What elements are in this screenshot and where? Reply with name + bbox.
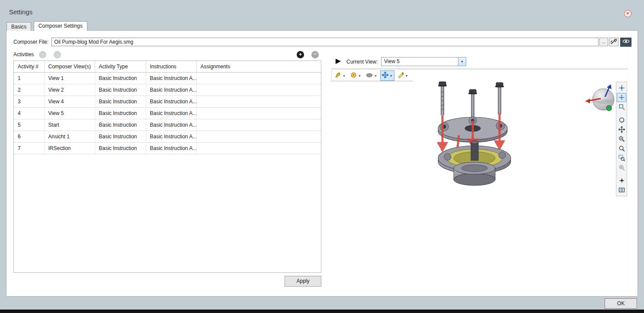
cell-assignments[interactable] [196, 84, 321, 96]
orbit-button[interactable] [617, 115, 626, 125]
cell-assignments[interactable] [196, 96, 321, 108]
cell-activity-type[interactable]: Basic Instruction [95, 119, 146, 131]
viewer-toolbar: ▼ ▼ ▼ [331, 70, 413, 81]
bolts [438, 82, 504, 118]
move-down-button[interactable]: ↓ [54, 51, 61, 58]
zoom-button[interactable] [617, 134, 626, 144]
composer-file-label: Composer File: [13, 39, 48, 45]
col-assignments[interactable]: Assignments [196, 61, 321, 73]
cell-assignments[interactable] [196, 108, 321, 119]
preview-button[interactable] [620, 38, 631, 47]
cell-composer-view[interactable]: Start [44, 119, 95, 131]
tab-bar: Basics Composer Settings [6, 21, 88, 31]
move-tool-button[interactable]: ▼ [380, 70, 394, 81]
activities-header: Activities ↑ ↓ + − [13, 50, 321, 59]
cell-activity-type[interactable]: Basic Instruction [95, 108, 146, 119]
cell-instructions[interactable]: Basic Instruction A... [146, 143, 196, 154]
chevron-down-icon[interactable]: ▼ [358, 74, 361, 77]
cell-instructions[interactable]: Basic Instruction A... [146, 131, 196, 143]
cell-activity-number[interactable]: 2 [14, 84, 44, 96]
table-header-row: Activity # Composer View(s) Activity Typ… [14, 61, 321, 73]
ok-button[interactable]: OK [605, 298, 637, 309]
current-view-dropdown[interactable]: View 5 ▼ [381, 57, 466, 66]
cell-activity-type[interactable]: Basic Instruction [95, 131, 146, 143]
zoom-in-button[interactable] [617, 144, 626, 153]
eye-icon [622, 39, 630, 45]
cell-activity-number[interactable]: 4 [14, 108, 44, 119]
cell-assignments[interactable] [196, 119, 321, 131]
cell-activity-number[interactable]: 6 [14, 131, 44, 143]
table-row[interactable]: 2 View 2 Basic Instruction Basic Instruc… [14, 84, 321, 96]
orientation-orb[interactable] [584, 84, 620, 116]
browse-button[interactable]: ... [599, 38, 608, 46]
cell-instructions[interactable]: Basic Instruction A... [146, 73, 196, 84]
tab-basics[interactable]: Basics [6, 22, 31, 31]
close-icon[interactable]: ✕ [624, 10, 631, 17]
view-toolbar [616, 82, 627, 196]
cell-activity-type[interactable]: Basic Instruction [95, 73, 146, 84]
cell-instructions[interactable]: Basic Instruction A... [146, 119, 196, 131]
window-bottom-edge [0, 310, 644, 313]
cell-assignments[interactable] [196, 143, 321, 154]
fly-mode-button[interactable] [617, 176, 626, 185]
table-row[interactable]: 1 View 1 Basic Instruction Basic Instruc… [14, 73, 321, 84]
plane-view-button[interactable] [617, 102, 626, 112]
table-row[interactable]: 6 Ansicht 1 Basic Instruction Basic Inst… [14, 131, 321, 143]
apply-button[interactable]: Apply [285, 276, 321, 287]
spin-tool-button[interactable]: ▼ [349, 70, 363, 81]
cell-assignments[interactable] [196, 73, 321, 84]
camera-view-button[interactable] [617, 185, 626, 195]
settings-panel: Composer File: ... [6, 30, 638, 297]
chevron-down-icon[interactable]: ▼ [343, 74, 346, 77]
rotate-view-button[interactable] [617, 93, 626, 102]
play-icon[interactable]: ▶ [334, 57, 343, 65]
pump-3d-model[interactable] [417, 79, 538, 201]
cell-composer-view[interactable]: View 2 [44, 84, 95, 96]
table-row[interactable]: 7 IRSection Basic Instruction Basic Inst… [14, 143, 321, 154]
pan-button[interactable] [617, 125, 626, 134]
eraser-tool-button[interactable]: ▼ [364, 71, 379, 81]
cell-instructions[interactable]: Basic Instruction A... [146, 108, 196, 119]
col-instructions[interactable]: Instructions [146, 61, 196, 73]
composer-file-input[interactable] [51, 38, 599, 46]
cell-activity-type[interactable]: Basic Instruction [95, 143, 146, 154]
zoom-area-button[interactable] [617, 153, 626, 163]
cell-instructions[interactable]: Basic Instruction A... [146, 84, 196, 96]
chevron-down-icon[interactable]: ▼ [374, 74, 377, 77]
spin-tool-icon [350, 72, 357, 80]
cell-composer-view[interactable]: View 1 [44, 73, 95, 84]
table-row[interactable]: 5 Start Basic Instruction Basic Instruct… [14, 119, 321, 131]
cell-composer-view[interactable]: Ansicht 1 [44, 131, 95, 143]
pump-base [454, 162, 495, 185]
chevron-down-icon[interactable]: ▼ [458, 57, 466, 66]
add-activity-button[interactable]: + [297, 51, 304, 58]
cell-activity-number[interactable]: 7 [14, 143, 44, 154]
viewer-separator [331, 69, 628, 69]
col-activity-number[interactable]: Activity # [14, 61, 44, 73]
chevron-down-icon[interactable]: ▼ [390, 74, 393, 77]
remove-activity-button[interactable]: − [311, 51, 319, 58]
current-view-label: Current View: [346, 59, 378, 65]
col-activity-type[interactable]: Activity Type [95, 61, 146, 73]
cell-activity-number[interactable]: 1 [14, 73, 44, 84]
cell-composer-view[interactable]: View 4 [44, 96, 95, 108]
table-row[interactable]: 3 View 4 Basic Instruction Basic Instruc… [14, 96, 321, 108]
cell-activity-number[interactable]: 3 [14, 96, 44, 108]
paint-tool-button[interactable]: ▼ [396, 70, 410, 81]
link-button[interactable] [609, 38, 618, 46]
cell-activity-number[interactable]: 5 [14, 119, 44, 131]
zoom-fit-button[interactable] [617, 163, 626, 172]
table-row[interactable]: 4 View 5 Basic Instruction Basic Instruc… [14, 108, 321, 119]
cell-composer-view[interactable]: View 5 [44, 108, 95, 119]
chevron-down-icon[interactable]: ▼ [405, 74, 408, 77]
markup-tool-button[interactable]: ▼ [333, 70, 347, 81]
move-up-button[interactable]: ↑ [39, 51, 46, 58]
cell-activity-type[interactable]: Basic Instruction [95, 84, 146, 96]
cell-composer-view[interactable]: IRSection [44, 143, 95, 154]
cell-activity-type[interactable]: Basic Instruction [95, 96, 146, 108]
col-composer-views[interactable]: Composer View(s) [44, 61, 95, 73]
cell-assignments[interactable] [196, 131, 321, 143]
align-view-button[interactable] [617, 83, 626, 93]
cell-instructions[interactable]: Basic Instruction A... [146, 96, 196, 108]
tab-composer-settings[interactable]: Composer Settings [34, 21, 87, 31]
